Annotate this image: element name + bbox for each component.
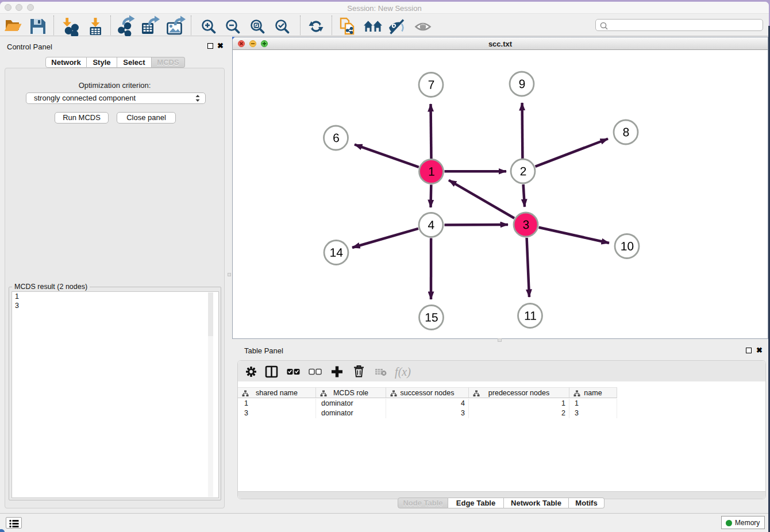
- svg-text:f(x): f(x): [395, 365, 411, 379]
